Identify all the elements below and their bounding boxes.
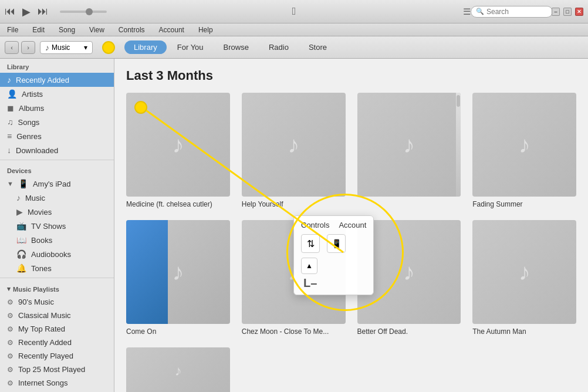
tab-radio[interactable]: Radio <box>259 40 298 54</box>
play-button[interactable]: ▶ <box>22 5 31 18</box>
close-button[interactable]: ✕ <box>575 8 583 16</box>
album-item-4[interactable]: ♪ Come On <box>126 220 230 336</box>
sidebar-item-audiobooks[interactable]: 🎧 Audiobooks <box>0 247 114 261</box>
playlist-classical-icon: ⚙ <box>7 312 13 320</box>
album-art-1: ♪ <box>242 93 346 197</box>
sidebar-item-artists[interactable]: 👤 Artists <box>0 87 114 101</box>
popup-scroll-up-btn[interactable]: ▲ <box>301 258 317 274</box>
menu-song[interactable]: Song <box>56 25 77 35</box>
window-list-icon[interactable]: ☰ <box>463 6 471 17</box>
album-item-3[interactable]: ♪ Fading Summer <box>472 93 576 208</box>
playlist-internet-icon: ⚙ <box>7 379 13 387</box>
transport-controls: ⏮ ▶ ⏭ <box>5 5 107 18</box>
playlist-top25-icon: ⚙ <box>7 366 13 374</box>
ipad-device-icon: 📱 <box>18 179 28 188</box>
album-art-inner-8: ♪ <box>126 347 230 393</box>
album-item-1[interactable]: ♪ Help Yourself <box>242 93 346 208</box>
sidebar-label-audiobooks: Audiobooks <box>31 250 71 259</box>
album-partial-blue-4 <box>126 220 168 324</box>
dropdown-chevron: ▾ <box>84 43 87 52</box>
popup-bottom-row: ▲ <box>301 258 366 274</box>
tab-store[interactable]: Store <box>299 40 336 54</box>
menu-help[interactable]: Help <box>196 25 215 35</box>
search-input[interactable] <box>486 8 548 16</box>
menu-bar: File Edit Song View Controls Account Hel… <box>0 23 588 36</box>
sidebar-label-toprated: My Top Rated <box>18 325 65 333</box>
library-section-header: Library <box>0 59 114 73</box>
music-note-8: ♪ <box>174 363 181 379</box>
music-note-7: ♪ <box>519 259 530 285</box>
sidebar-divider-1 <box>0 160 114 160</box>
playlists-section-header[interactable]: ▾ Music Playlists <box>0 281 114 295</box>
menu-account[interactable]: Account <box>157 25 187 35</box>
album-art-inner-0: ♪ <box>126 93 230 197</box>
nav-back[interactable]: ‹ <box>5 41 19 54</box>
fast-forward-button[interactable]: ⏭ <box>38 5 48 18</box>
sidebar-item-tvshows[interactable]: 📺 TV Shows <box>0 219 114 233</box>
popup-updown-btn[interactable]: ⇅ <box>301 234 320 253</box>
album-item-0[interactable]: ♪ Medicine (ft. chelsea cutler) <box>126 93 230 208</box>
search-bar[interactable]: 🔍 <box>471 6 553 18</box>
popup-menu: Controls Account ⇅ 📱 ▲ L– <box>293 215 374 295</box>
tab-for-you[interactable]: For You <box>168 40 213 54</box>
sidebar-playlist-internet-songs[interactable]: ⚙ Internet Songs <box>0 376 114 390</box>
device-dot <box>102 41 115 54</box>
sidebar-item-songs[interactable]: ♫ Songs <box>0 115 114 129</box>
library-dropdown[interactable]: ♪ Music ▾ <box>40 41 93 54</box>
sidebar-item-downloaded[interactable]: ↓ Downloaded <box>0 143 114 157</box>
progress-bar[interactable] <box>60 11 107 13</box>
movies-icon: ▶ <box>16 207 23 217</box>
tones-icon: 🔔 <box>16 263 26 273</box>
album-art-0: ♪ <box>126 93 230 197</box>
minimize-button[interactable]: – <box>552 8 560 16</box>
album-item-2[interactable]: ♪ <box>357 93 461 208</box>
sidebar-label-songs: Songs <box>18 118 40 127</box>
sidebar-item-movies[interactable]: ▶ Movies <box>0 205 114 219</box>
sidebar-label-music: Music <box>25 194 45 202</box>
album-art-inner-7: ♪ <box>472 220 576 324</box>
main-area: Library ♪ Recently Added 👤 Artists ◼ Alb… <box>0 59 588 392</box>
sidebar-playlist-top25[interactable]: ⚙ Top 25 Most Played <box>0 363 114 376</box>
nav-forward[interactable]: › <box>21 41 35 54</box>
sidebar-item-device-amysipad[interactable]: ▼ 📱 Amy's iPad <box>0 177 114 191</box>
sidebar-label-classical: Classical Music <box>18 311 71 320</box>
album-grid-row3: ♪ <box>126 347 576 393</box>
sidebar-playlist-classical[interactable]: ⚙ Classical Music <box>0 309 114 322</box>
window-controls: – □ ✕ <box>552 8 583 16</box>
menu-controls[interactable]: Controls <box>116 25 147 35</box>
album-title-1: Help Yourself <box>242 200 346 208</box>
sidebar-item-recently-added[interactable]: ♪ Recently Added <box>0 73 114 87</box>
album-item-7[interactable]: ♪ The Autumn Man <box>472 220 576 336</box>
sidebar-label-internet-songs: Internet Songs <box>18 379 68 387</box>
album-art-7: ♪ <box>472 220 576 324</box>
maximize-button[interactable]: □ <box>563 8 572 16</box>
sidebar-playlist-recently-played[interactable]: ⚙ Recently Played <box>0 349 114 363</box>
sidebar-playlist-recently-added[interactable]: ⚙ Recently Added <box>0 336 114 349</box>
album-title-0: Medicine (ft. chelsea cutler) <box>126 200 230 208</box>
album-item-8[interactable]: ♪ <box>126 347 230 393</box>
progress-track <box>60 11 107 13</box>
menu-edit[interactable]: Edit <box>30 25 47 35</box>
device-music-icon: ♪ <box>16 193 21 202</box>
sidebar-item-genres[interactable]: ≡ Genres <box>0 129 114 143</box>
sidebar-playlist-90s[interactable]: ⚙ 90's Music <box>0 295 114 309</box>
sidebar-item-albums[interactable]: ◼ Albums <box>0 101 114 115</box>
music-note-1: ♪ <box>288 131 299 158</box>
sidebar-item-tones[interactable]: 🔔 Tones <box>0 261 114 275</box>
tvshows-icon: 📺 <box>16 221 26 231</box>
album-title-5: Chez Moon - Close To Me... <box>242 327 346 336</box>
title-bar: ⏮ ▶ ⏭  ☰ 🔍 – □ ✕ <box>0 0 588 23</box>
album-art-2: ♪ <box>357 93 461 197</box>
sidebar-item-books[interactable]: 📖 Books <box>0 233 114 247</box>
popup-device-btn[interactable]: 📱 <box>327 234 346 253</box>
playlists-header-label: Music Playlists <box>13 286 59 293</box>
sidebar-item-music[interactable]: ♪ Music <box>0 191 114 205</box>
menu-view[interactable]: View <box>87 25 107 35</box>
tab-library[interactable]: Library <box>124 40 167 54</box>
rewind-button[interactable]: ⏮ <box>5 5 15 18</box>
sidebar-label-90s: 90's Music <box>18 298 54 306</box>
menu-file[interactable]: File <box>5 25 21 35</box>
sidebar-playlist-my-top-rated[interactable]: ⚙ My Top Rated <box>0 322 114 336</box>
tab-browse[interactable]: Browse <box>214 40 258 54</box>
sidebar-label-tvshows: TV Shows <box>31 222 66 231</box>
